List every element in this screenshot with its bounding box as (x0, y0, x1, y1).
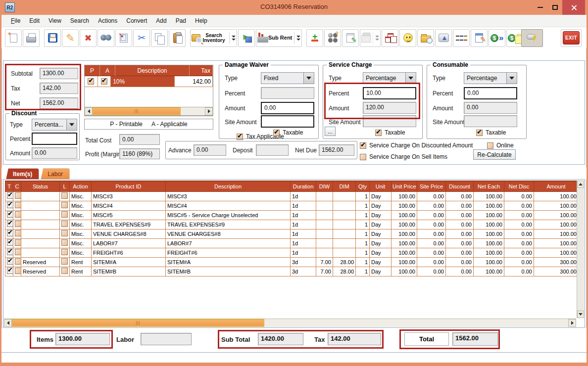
tax-table-header-tax[interactable]: Tax (190, 65, 213, 76)
column-header-dim[interactable]: DIM (333, 181, 356, 191)
delete-button[interactable] (80, 29, 97, 47)
dw-type-combo[interactable]: Fixed (261, 72, 314, 84)
tab-labor[interactable]: Labor (41, 168, 70, 180)
scroll-right-icon[interactable] (205, 107, 213, 115)
t-checkbox[interactable] (7, 221, 13, 227)
tax-table-header-a[interactable]: A (100, 65, 115, 76)
sc-on-discounted-checkbox[interactable] (360, 142, 366, 149)
org-chart-button[interactable] (382, 29, 398, 47)
column-header-product-id[interactable]: Product ID (92, 181, 166, 191)
tax-table-header-p[interactable]: P (85, 65, 100, 76)
items-hscrollbar[interactable] (4, 319, 576, 327)
combo-arrow-icon[interactable] (303, 72, 314, 84)
t-checkbox[interactable] (7, 249, 13, 255)
maximize-button[interactable] (547, 0, 562, 15)
paste-button[interactable] (169, 29, 186, 47)
menu-file[interactable]: File (6, 16, 25, 26)
exit-button[interactable]: EXIT (561, 29, 582, 47)
table-row[interactable]: Misc.FREIGHT#6FREIGHT#61d1Day100.000.000… (5, 248, 579, 257)
c-checkbox[interactable] (15, 268, 21, 274)
print-button[interactable] (23, 29, 40, 47)
menu-pad[interactable]: Pad (171, 16, 191, 26)
close-button[interactable] (562, 0, 585, 15)
table-row[interactable]: Misc.LABOR#7LABOR#71d1Day100.000.000.001… (5, 238, 579, 248)
dw-site-amount-input[interactable] (261, 115, 314, 128)
payment-forward-button[interactable]: $» (489, 29, 505, 47)
column-header-discount[interactable]: Discount (446, 181, 474, 191)
column-header-duration[interactable]: Duration (291, 181, 316, 191)
column-header-unit[interactable]: Unit (370, 181, 392, 191)
group-button[interactable] (324, 29, 341, 47)
c-checkbox[interactable] (15, 249, 21, 255)
quick-action-button[interactable] (521, 29, 543, 47)
column-header-l[interactable]: L (60, 181, 70, 191)
menu-edit[interactable]: Edit (25, 16, 44, 26)
column-header-diw[interactable]: DIW (316, 181, 333, 191)
search-inventory-button[interactable]: Search Inventory (190, 29, 237, 47)
l-checkbox[interactable] (61, 258, 68, 265)
table-row[interactable]: ReservedRentSITEM#ASITEM#A3d7.0028.001Da… (5, 257, 579, 267)
con-taxable-checkbox[interactable] (476, 130, 483, 136)
l-checkbox[interactable] (61, 239, 68, 246)
c-checkbox[interactable] (15, 202, 21, 208)
column-header-action[interactable]: Action (70, 181, 92, 191)
c-checkbox[interactable] (15, 211, 21, 218)
c-checkbox[interactable] (15, 230, 21, 236)
sc-percent-input[interactable]: 10.00 (363, 87, 416, 99)
new-button[interactable] (5, 29, 22, 47)
table-row[interactable]: Misc.MISC#4MISC#41d1Day100.000.000.00100… (5, 201, 579, 210)
table-row[interactable]: Misc.MISC#5MISC#5 - Service Charge Unsel… (5, 210, 579, 220)
shortcut-key-button[interactable] (435, 29, 452, 47)
table-row[interactable]: Misc.TRAVEL EXPENSES#9TRAVEL EXPENSES#91… (5, 220, 579, 229)
table-row[interactable]: Misc.VENUE CHARGES#8VENUE CHARGES#81d1Da… (5, 229, 579, 238)
l-checkbox[interactable] (61, 202, 68, 208)
c-checkbox[interactable] (15, 221, 21, 227)
combo-arrow-icon[interactable] (66, 119, 77, 131)
combo-arrow-icon[interactable] (405, 72, 416, 84)
column-header-description[interactable]: Description (166, 181, 291, 191)
t-checkbox[interactable] (7, 268, 13, 274)
column-header-unit-price[interactable]: Unit Price (392, 181, 417, 191)
c-checkbox[interactable] (15, 258, 21, 265)
sc-taxable-checkbox[interactable] (375, 130, 382, 136)
cut-button[interactable] (133, 29, 150, 47)
transfer-button[interactable] (238, 29, 255, 47)
dropdown-arrows-icon[interactable] (229, 32, 236, 44)
applicable-checkbox[interactable] (101, 78, 107, 85)
tax-table-header-description[interactable]: Description (115, 65, 190, 76)
scrollbar-thumb[interactable] (93, 107, 181, 115)
c-checkbox[interactable] (15, 239, 21, 246)
calendar-button[interactable] (360, 29, 381, 47)
discount-type-combo[interactable]: Percenta... (32, 119, 77, 131)
table-row[interactable]: Misc.MISC#3MISC#31d1Day100.000.000.00100… (5, 191, 579, 201)
save-button[interactable] (44, 29, 61, 47)
menu-help[interactable]: Help (191, 16, 212, 26)
sc-on-sell-checkbox[interactable] (360, 154, 366, 160)
dropdown-arrows-icon[interactable] (294, 32, 300, 44)
scrollbar-thumb[interactable] (12, 319, 264, 327)
folder-history-button[interactable] (417, 29, 434, 47)
scroll-left-icon[interactable] (4, 319, 12, 327)
copy-to-button[interactable] (115, 29, 132, 47)
scroll-left-icon[interactable] (85, 107, 93, 115)
t-checkbox[interactable] (7, 239, 13, 246)
combo-arrow-icon[interactable] (506, 72, 517, 84)
scroll-up-icon[interactable] (577, 181, 584, 188)
menu-add[interactable]: Add (151, 16, 171, 26)
t-checkbox[interactable] (7, 258, 13, 265)
find-button[interactable] (98, 29, 114, 47)
l-checkbox[interactable] (61, 249, 68, 255)
printable-checkbox[interactable] (88, 78, 94, 85)
tax-row-description[interactable]: 10% (111, 76, 175, 87)
discount-percent-input[interactable] (32, 133, 77, 145)
tax-table-row[interactable]: 10% 142.00 (85, 76, 213, 87)
l-checkbox[interactable] (61, 192, 68, 199)
column-header-site-price[interactable]: Site Price (417, 181, 446, 191)
con-type-combo[interactable]: Percentage (464, 72, 517, 84)
online-checkbox[interactable] (487, 142, 493, 149)
column-header-status[interactable]: Status (21, 181, 60, 191)
con-percent-input[interactable]: 0.00 (464, 87, 517, 99)
smiley-button[interactable] (399, 29, 416, 47)
edit-note-button[interactable] (471, 29, 488, 47)
menu-view[interactable]: View (44, 16, 66, 26)
